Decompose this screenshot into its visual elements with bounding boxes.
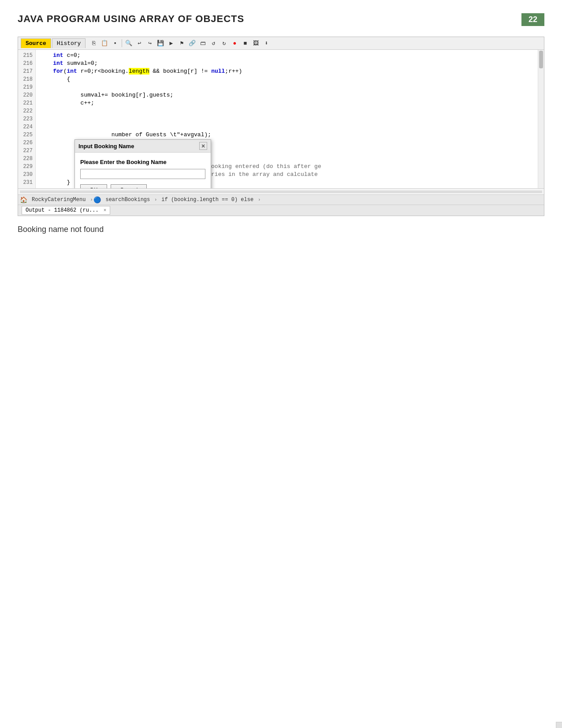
code-line-217: for(int r=0;r<booking.length && booking[… (39, 67, 540, 75)
line-num: 224 (21, 123, 33, 131)
bottom-tab-if[interactable]: if (booking.length == 0) else (158, 196, 257, 204)
vertical-scrollbar[interactable] (538, 50, 544, 188)
toolbar-flag-icon[interactable]: ⚑ (177, 38, 186, 48)
toolbar-rect-icon[interactable]: ▪ (110, 38, 120, 48)
page-title: JAVA PROGRAM USING ARRAY OF OBJECTS (18, 13, 244, 25)
toolbar-circle-icon[interactable]: ● (230, 38, 239, 48)
code-area: 215 216 217 218 219 220 221 222 223 224 … (18, 50, 544, 188)
rocky-icon: 🏠 (20, 196, 27, 204)
line-num: 227 (21, 147, 33, 155)
bottom-tab-search[interactable]: searchBookings (102, 196, 153, 204)
output-tab-close-button[interactable]: × (104, 208, 107, 213)
toolbar-run-icon[interactable]: ▶ (166, 38, 176, 48)
code-line-225: number of Guests \t"+avgval); (39, 131, 540, 139)
dialog-prompt-text: Please Enter the Booking Name (80, 159, 205, 165)
arrow-3: › (258, 198, 261, 202)
toolbar-separator-1 (122, 39, 122, 47)
bottom-tab-rocky[interactable]: RockyCateringMenu (28, 196, 89, 204)
bottom-tab-search-label: searchBookings (105, 197, 150, 203)
dialog-ok-button[interactable]: OK (80, 184, 107, 188)
line-num: 219 (21, 83, 33, 91)
code-content[interactable]: int c=0; int sumval=0; for(int r=0;r<boo… (36, 50, 544, 188)
arrow-2: › (154, 198, 157, 202)
bottom-tab-if-label: if (booking.length == 0) else (161, 197, 253, 203)
toolbar-image-icon[interactable]: 🖼 (251, 38, 261, 48)
toolbar-forward-icon[interactable]: ↪ (145, 38, 155, 48)
horizontal-scrollbar-area (18, 188, 544, 194)
search-bookings-icon: 🔵 (93, 196, 101, 204)
tab-history[interactable]: History (52, 38, 86, 48)
line-num: 217 (21, 67, 33, 75)
line-num: 221 (21, 99, 33, 107)
code-line-218: { (39, 75, 540, 83)
toolbar-search-icon[interactable]: 🔍 (124, 38, 134, 48)
page-container: JAVA PROGRAM USING ARRAY OF OBJECTS 22 S… (18, 13, 544, 234)
code-line-216: int sumval=0; (39, 60, 540, 67)
toolbar-paste-icon[interactable]: 📋 (100, 38, 109, 48)
dialog-title-text: Input Booking Name (78, 143, 134, 149)
toolbar-copy-icon[interactable]: ⎘ (89, 38, 99, 48)
tab-source[interactable]: Source (21, 38, 51, 48)
output-tab-label[interactable]: Output - 1184862 (ru... × (22, 206, 110, 215)
line-num: 229 (21, 163, 33, 171)
dialog-close-button[interactable]: × (199, 142, 207, 150)
line-num: 228 (21, 155, 33, 163)
toolbar-link-icon[interactable]: 🔗 (187, 38, 197, 48)
code-line-220: sumval+= booking[r].guests; (39, 91, 540, 99)
dialog-cancel-button[interactable]: Cancel (111, 184, 147, 188)
line-num: 220 (21, 91, 33, 99)
ide-toolbar: Source History ⎘ 📋 ▪ 🔍 ↩ ↪ 💾 ▶ ⚑ 🔗 🗃 ↺ ↻… (18, 37, 544, 50)
line-num: 216 (21, 60, 33, 67)
toolbar-undo-icon[interactable]: ↺ (208, 38, 218, 48)
call-stack-tabbar: 🏠 RockyCateringMenu › 🔵 searchBookings ›… (18, 194, 544, 205)
dialog-buttons: OK Cancel (80, 184, 205, 188)
dialog-body: Please Enter the Booking Name OK Cancel (75, 153, 211, 188)
line-num: 230 (21, 171, 33, 179)
toolbar-redo-icon[interactable]: ↻ (219, 38, 229, 48)
page-number: 22 (521, 13, 544, 26)
dialog-box: Input Booking Name × Please Enter the Bo… (74, 139, 211, 188)
ide-container: Source History ⎘ 📋 ▪ 🔍 ↩ ↪ 💾 ▶ ⚑ 🔗 🗃 ↺ ↻… (18, 37, 544, 216)
bottom-tab-rocky-label: RockyCateringMenu (32, 197, 86, 203)
code-line-215: int c=0; (39, 52, 540, 60)
line-num: 222 (21, 107, 33, 115)
toolbar-save-icon[interactable]: 💾 (156, 38, 165, 48)
code-line-224 (39, 123, 540, 131)
line-num: 231 (21, 179, 33, 187)
line-num: 218 (21, 75, 33, 83)
code-line-221: c++; (39, 99, 540, 107)
line-num: 225 (21, 131, 33, 139)
toolbar-icons: ⎘ 📋 ▪ 🔍 ↩ ↪ 💾 ▶ ⚑ 🔗 🗃 ↺ ↻ ● ■ 🖼 ⬇ (89, 38, 541, 48)
dialog-title-bar: Input Booking Name × (75, 140, 211, 153)
scroll-end-corner (556, 722, 562, 728)
toolbar-db-icon[interactable]: 🗃 (198, 38, 208, 48)
booking-name-input[interactable] (80, 169, 205, 179)
caption-text: Booking name not found (18, 225, 544, 234)
output-tab-text: Output - 1184862 (ru... (26, 207, 99, 213)
line-num: 223 (21, 115, 33, 123)
toolbar-back-icon[interactable]: ↩ (134, 38, 144, 48)
line-num: 226 (21, 139, 33, 147)
toolbar-down-icon[interactable]: ⬇ (261, 38, 271, 48)
line-num: 215 (21, 52, 33, 60)
scrollbar-thumb[interactable] (539, 51, 543, 68)
horizontal-scrollbar[interactable] (20, 190, 542, 193)
code-line-222 (39, 107, 540, 115)
output-tab-bar: Output - 1184862 (ru... × (18, 205, 544, 216)
line-numbers: 215 216 217 218 219 220 221 222 223 224 … (18, 50, 36, 188)
code-line-219 (39, 83, 540, 91)
code-line-223 (39, 115, 540, 123)
toolbar-stop-icon[interactable]: ■ (240, 38, 250, 48)
input-dialog: Input Booking Name × Please Enter the Bo… (74, 139, 211, 188)
page-header: JAVA PROGRAM USING ARRAY OF OBJECTS 22 (18, 13, 544, 26)
arrow-1: › (90, 198, 93, 202)
